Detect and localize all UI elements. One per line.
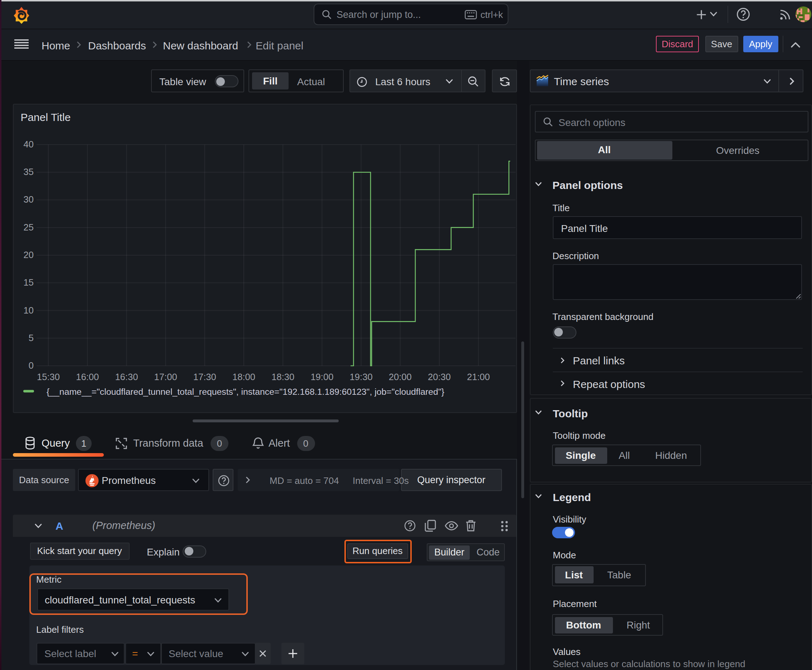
svg-text:35: 35 <box>23 167 33 177</box>
svg-text:19:00: 19:00 <box>310 372 333 382</box>
svg-text:18:30: 18:30 <box>271 372 294 382</box>
svg-text:5: 5 <box>28 333 33 343</box>
svg-text:30: 30 <box>23 195 33 205</box>
svg-text:15: 15 <box>23 277 33 288</box>
svg-text:20:00: 20:00 <box>388 372 411 382</box>
svg-text:0: 0 <box>28 360 33 371</box>
svg-text:19:30: 19:30 <box>349 372 372 382</box>
svg-text:20: 20 <box>23 250 33 260</box>
svg-text:16:30: 16:30 <box>115 372 138 382</box>
svg-text:25: 25 <box>23 222 33 232</box>
svg-text:15:30: 15:30 <box>37 372 59 382</box>
svg-text:17:30: 17:30 <box>193 372 216 382</box>
svg-text:18:00: 18:00 <box>232 372 255 382</box>
svg-text:10: 10 <box>23 305 33 315</box>
svg-text:40: 40 <box>23 139 33 149</box>
svg-text:16:00: 16:00 <box>76 372 99 382</box>
svg-text:17:00: 17:00 <box>154 372 177 382</box>
svg-text:20:30: 20:30 <box>427 372 450 382</box>
svg-text:{__name__="cloudflared_tunnel_: {__name__="cloudflared_tunnel_total_requ… <box>46 387 444 397</box>
svg-text:21:00: 21:00 <box>467 372 490 382</box>
